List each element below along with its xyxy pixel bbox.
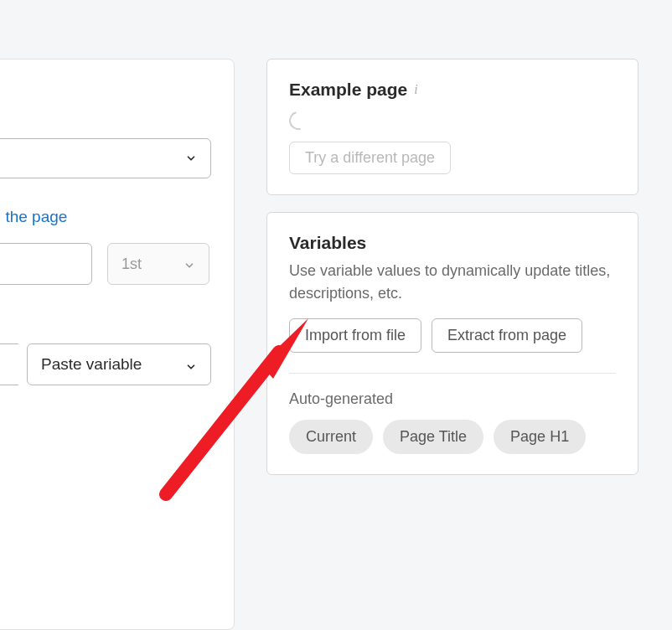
paste-variable-label: Paste variable <box>41 355 142 374</box>
variables-description: Use variable values to dynamically updat… <box>289 260 616 305</box>
loading-spinner-icon <box>286 108 311 133</box>
example-page-title-text: Example page <box>289 80 407 100</box>
pill-row: Current Page Title Page H1 <box>289 420 616 454</box>
split-left-button[interactable] <box>0 343 18 385</box>
pill-current[interactable]: Current <box>289 420 373 454</box>
paste-variable-select[interactable]: Paste variable <box>27 343 211 385</box>
auto-generated-label: Auto-generated <box>289 390 616 408</box>
import-from-file-button[interactable]: Import from file <box>289 318 421 353</box>
selector-input[interactable] <box>0 243 92 285</box>
try-different-page-button[interactable]: Try a different page <box>289 142 451 174</box>
variables-button-row: Import from file Extract from page <box>289 318 616 353</box>
divider <box>289 373 616 374</box>
chevron-down-icon <box>184 258 195 270</box>
info-icon[interactable]: i <box>414 82 417 97</box>
on-page-link[interactable]: on the page <box>0 208 67 226</box>
chevron-down-icon <box>185 152 197 164</box>
right-column: Example page i Try a different page Vari… <box>266 59 638 492</box>
extract-from-page-button[interactable]: Extract from page <box>432 318 582 353</box>
pill-page-title[interactable]: Page Title <box>383 420 483 454</box>
variables-title-text: Variables <box>289 233 366 253</box>
pill-page-h1[interactable]: Page H1 <box>494 420 586 454</box>
variables-title: Variables <box>289 233 616 253</box>
variables-card: Variables Use variable values to dynamic… <box>266 212 638 475</box>
ordinal-value: 1st <box>121 256 142 273</box>
type-dropdown[interactable] <box>0 138 211 178</box>
example-page-title: Example page i <box>289 80 616 100</box>
chevron-down-icon <box>185 359 197 370</box>
example-page-card: Example page i Try a different page <box>266 59 638 195</box>
ordinal-select[interactable]: 1st <box>107 243 209 285</box>
